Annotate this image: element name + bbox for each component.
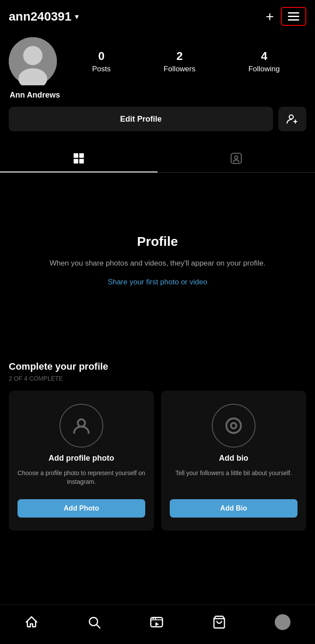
- add-photo-card: Add profile photo Choose a profile photo…: [9, 391, 154, 531]
- bio-icon-circle: [212, 404, 256, 448]
- profile-nav-avatar: [275, 614, 290, 630]
- hamburger-icon: [288, 12, 299, 21]
- empty-state-title: Profile: [137, 234, 178, 249]
- profile-photo-icon: [70, 415, 92, 437]
- home-icon: [24, 615, 38, 629]
- svg-point-19: [155, 618, 156, 619]
- username-text[interactable]: ann240391: [9, 10, 71, 24]
- nav-home[interactable]: [18, 612, 46, 633]
- photo-icon-circle: [60, 404, 103, 448]
- complete-profile-title: Complete your profile: [9, 361, 306, 372]
- tabs-row: [0, 144, 315, 173]
- add-photo-title: Add profile photo: [49, 454, 114, 463]
- edit-profile-button[interactable]: Edit Profile: [9, 107, 273, 131]
- profile-info-row: 0 Posts 2 Followers 4 Following: [9, 37, 306, 85]
- empty-state: Profile When you share photos and videos…: [0, 173, 315, 348]
- svg-rect-6: [74, 153, 78, 158]
- menu-button[interactable]: [281, 7, 306, 26]
- svg-point-3: [289, 115, 293, 119]
- complete-profile-section: Complete your profile 2 OF 4 COMPLETE Ad…: [0, 348, 315, 544]
- header-right: +: [266, 7, 306, 26]
- nav-profile[interactable]: [268, 611, 298, 634]
- posts-stat[interactable]: 0 Posts: [92, 49, 111, 74]
- profile-display-name: Ann Andrews: [10, 91, 306, 100]
- posts-label: Posts: [92, 65, 111, 74]
- followers-count: 2: [176, 49, 182, 63]
- new-post-icon[interactable]: +: [266, 10, 274, 24]
- stats-row: 0 Posts 2 Followers 4 Following: [66, 49, 306, 74]
- svg-point-12: [78, 419, 85, 427]
- shop-icon: [212, 615, 226, 629]
- nav-search[interactable]: [80, 612, 108, 633]
- nav-shop[interactable]: [205, 612, 233, 633]
- following-count: 4: [261, 49, 267, 63]
- bottom-nav: [0, 604, 315, 644]
- tab-grid[interactable]: [0, 144, 158, 172]
- avatar-image: [9, 37, 57, 85]
- tagged-icon: [230, 152, 242, 164]
- complete-profile-cards: Add profile photo Choose a profile photo…: [9, 391, 306, 531]
- following-label: Following: [248, 65, 280, 74]
- nav-reels[interactable]: [143, 612, 171, 633]
- chevron-down-icon[interactable]: ▾: [75, 12, 79, 21]
- tab-tagged[interactable]: [158, 144, 315, 172]
- svg-line-16: [97, 625, 100, 628]
- add-bio-title: Add bio: [219, 454, 248, 463]
- action-row: Edit Profile: [9, 107, 306, 131]
- bio-icon: [223, 415, 245, 437]
- grid-icon: [73, 152, 85, 164]
- svg-rect-9: [79, 159, 84, 164]
- svg-point-18: [152, 618, 154, 619]
- svg-marker-20: [155, 622, 159, 626]
- svg-point-13: [226, 418, 241, 433]
- posts-count: 0: [98, 49, 105, 63]
- add-person-button[interactable]: [278, 107, 306, 131]
- complete-profile-progress: 2 OF 4 COMPLETE: [9, 375, 306, 382]
- following-stat[interactable]: 4 Following: [248, 49, 280, 74]
- svg-point-14: [231, 423, 237, 429]
- add-bio-card: Add bio Tell your followers a little bit…: [161, 391, 306, 531]
- svg-point-11: [235, 156, 238, 159]
- avatar[interactable]: [9, 37, 57, 85]
- add-person-icon: [286, 113, 298, 125]
- add-photo-desc: Choose a profile photo to represent your…: [18, 469, 145, 486]
- followers-label: Followers: [164, 65, 196, 74]
- header: ann240391 ▾ +: [0, 0, 315, 33]
- header-left: ann240391 ▾: [9, 10, 79, 24]
- add-bio-desc: Tell your followers a little bit about y…: [175, 469, 292, 478]
- search-icon: [87, 615, 101, 629]
- followers-stat[interactable]: 2 Followers: [164, 49, 196, 74]
- add-bio-button[interactable]: Add Bio: [170, 499, 298, 518]
- empty-state-description: When you share photos and videos, they'l…: [49, 258, 266, 269]
- svg-rect-7: [79, 153, 84, 158]
- add-photo-button[interactable]: Add Photo: [18, 499, 145, 518]
- svg-rect-8: [74, 159, 78, 164]
- reels-icon: [150, 615, 164, 629]
- profile-section: 0 Posts 2 Followers 4 Following Ann Andr…: [0, 33, 315, 140]
- svg-point-1: [23, 46, 42, 65]
- share-first-photo-link[interactable]: Share your first photo or video: [108, 278, 207, 287]
